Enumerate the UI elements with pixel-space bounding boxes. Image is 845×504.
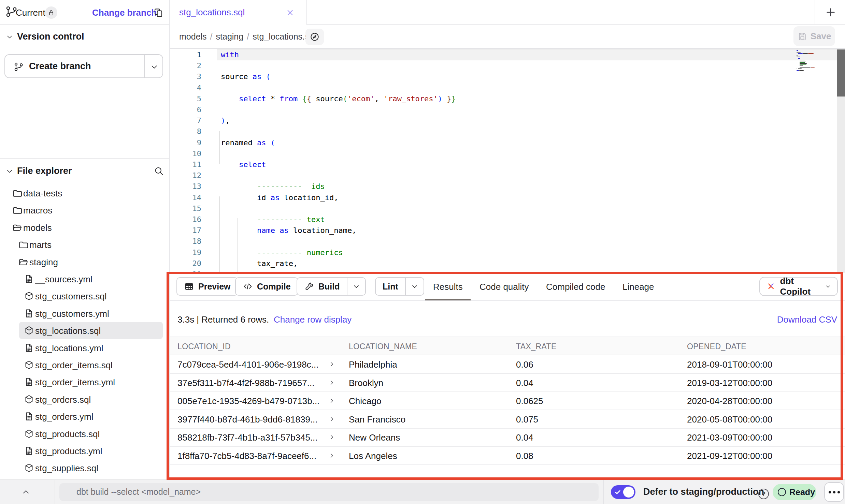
model-icon xyxy=(24,325,34,336)
tab-results[interactable]: Results xyxy=(433,282,463,292)
file-tree-item-data-tests[interactable]: data-tests xyxy=(0,185,170,202)
expand-row-icon[interactable] xyxy=(328,434,335,441)
model-icon xyxy=(24,429,34,439)
file-tree-item-stg-products-yml[interactable]: stg_products.yml xyxy=(0,443,170,460)
close-icon[interactable] xyxy=(286,8,295,17)
file-tree-item-macros[interactable]: macros xyxy=(0,202,170,219)
more-options-button[interactable] xyxy=(824,482,844,502)
file-explorer-title: File explorer xyxy=(17,166,72,176)
collapse-chevron-icon[interactable] xyxy=(21,487,31,497)
table-icon xyxy=(184,281,194,292)
file-tree-item-marts[interactable]: marts xyxy=(0,237,170,254)
table-row: 1f8ffa70-7cb5-4d83-8a7f-9aceef6...Los An… xyxy=(170,447,845,465)
dbt-copilot-button[interactable]: dbt Copilot xyxy=(759,277,838,296)
expand-row-icon[interactable] xyxy=(328,416,335,423)
file-icon xyxy=(24,343,34,353)
cell-location-name: San Francisco xyxy=(349,414,405,425)
table-row: 37e5f311-b7f4-4f2f-988b-719657...Brookly… xyxy=(170,374,845,392)
file-tree-item-stg-orders-yml[interactable]: stg_orders.yml xyxy=(0,409,170,426)
create-branch-button[interactable]: Create branch xyxy=(4,54,163,78)
lint-options-chevron[interactable] xyxy=(406,278,424,295)
file-explorer-section-header[interactable]: File explorer xyxy=(0,159,169,183)
file-tree-item-stg-products-sql[interactable]: stg_products.sql xyxy=(0,426,170,443)
minimap[interactable] xyxy=(797,49,836,273)
defer-toggle[interactable] xyxy=(611,485,635,499)
toggle-knob xyxy=(623,487,634,498)
expand-row-icon[interactable] xyxy=(328,397,335,404)
help-icon[interactable]: ? xyxy=(758,489,769,499)
save-label: Save xyxy=(811,31,831,42)
save-icon xyxy=(798,31,807,41)
chevron-down-icon[interactable] xyxy=(150,62,159,71)
search-icon[interactable] xyxy=(154,166,164,176)
code-line-16: ---------- text xyxy=(221,214,325,225)
panel-header: Preview Compile Build Lin xyxy=(170,273,845,301)
file-tree-item-stg-locations-sql[interactable]: stg_locations.sql xyxy=(0,323,170,340)
file-tree-item-models[interactable]: models xyxy=(0,220,170,237)
cell-opened-date: 2019-03-12T00:00:00 xyxy=(687,378,772,388)
navigate-button[interactable] xyxy=(305,29,324,45)
tab-stg-locations-sql[interactable]: stg_locations.sql xyxy=(170,0,307,25)
status-badge[interactable]: Ready xyxy=(773,484,816,500)
cell-location-name: Los Angeles xyxy=(349,451,397,461)
download-csv-link[interactable]: Download CSV xyxy=(777,314,837,325)
cell-tax-rate: 0.075 xyxy=(516,414,538,425)
file-tree-item-stg-order-items-yml[interactable]: stg_order_items.yml xyxy=(0,374,170,391)
file-name: staging xyxy=(29,257,58,268)
copy-icon[interactable] xyxy=(153,7,164,18)
table-row: 3977f440-b87d-461b-9dd6-81839...San Fran… xyxy=(170,410,845,429)
expand-row-icon[interactable] xyxy=(328,379,335,386)
defer-label: Defer to staging/production xyxy=(643,487,764,497)
editor-scrollbar[interactable] xyxy=(837,49,845,273)
lint-button[interactable]: Lint xyxy=(375,277,424,296)
tab-compiled-code[interactable]: Compiled code xyxy=(546,282,605,292)
folder-open-icon xyxy=(12,222,22,233)
line-number: 2 xyxy=(170,60,201,71)
model-icon xyxy=(24,394,34,404)
model-icon xyxy=(24,463,34,473)
expand-row-icon[interactable] xyxy=(328,452,335,459)
line-number: 16 xyxy=(170,214,201,225)
column-opened-date: OPENED_DATE xyxy=(687,342,746,351)
lock-icon xyxy=(47,9,55,16)
compile-button[interactable]: Compile xyxy=(235,277,298,296)
folder-open-icon xyxy=(18,257,28,267)
file-tree-item-stg-supplies-sql[interactable]: stg_supplies.sql xyxy=(0,460,170,477)
file-tree-item-stg-orders-sql[interactable]: stg_orders.sql xyxy=(0,391,170,409)
file-icon xyxy=(24,274,34,284)
scrollbar-thumb[interactable] xyxy=(837,49,845,97)
build-button[interactable]: Build xyxy=(297,277,366,296)
file-icon xyxy=(24,446,34,456)
version-control-section-header[interactable]: Version control xyxy=(0,25,169,48)
change-row-display-link[interactable]: Change row display xyxy=(274,314,352,325)
file-name: stg_locations.yml xyxy=(35,343,103,354)
cell-location-name: Brooklyn xyxy=(349,378,383,388)
file-tree-item-stg-customers-sql[interactable]: stg_customers.sql xyxy=(0,288,170,305)
column-location-id: LOCATION_ID xyxy=(177,342,231,351)
file-tree-item-staging[interactable]: staging xyxy=(0,254,170,271)
file-name: data-tests xyxy=(23,188,62,199)
code-editor[interactable]: 123456789101112131415161718192021 withso… xyxy=(170,49,845,273)
file-tree-item-stg-order-items-sql[interactable]: stg_order_items.sql xyxy=(0,357,170,374)
file-tree-item-stg-customers-yml[interactable]: stg_customers.yml xyxy=(0,306,170,323)
file-tree-item--sources-yml[interactable]: __sources.yml xyxy=(0,271,170,288)
tab-lineage[interactable]: Lineage xyxy=(622,282,654,292)
build-options-chevron[interactable] xyxy=(347,278,365,295)
file-tree-item-stg-locations-yml[interactable]: stg_locations.yml xyxy=(0,340,170,357)
code-icon xyxy=(243,281,253,292)
code-line-3: source as ( xyxy=(221,71,271,82)
preview-label: Preview xyxy=(198,282,231,292)
breadcrumb-row: models/staging/stg_locations.sql Save xyxy=(170,25,845,49)
change-branch-link[interactable]: Change branch xyxy=(92,8,157,18)
line-number: 21 xyxy=(170,269,201,273)
save-button[interactable]: Save xyxy=(793,26,835,46)
line-number: 11 xyxy=(170,159,201,170)
breadcrumb: models/staging/stg_locations.sql xyxy=(179,32,316,42)
breadcrumb-part[interactable]: staging xyxy=(216,32,244,41)
breadcrumb-part[interactable]: models xyxy=(179,32,207,41)
tab-code-quality[interactable]: Code quality xyxy=(479,282,529,292)
preview-button[interactable]: Preview xyxy=(176,277,238,296)
expand-row-icon[interactable] xyxy=(328,361,335,368)
command-input[interactable]: dbt build --select <model_name> xyxy=(59,483,599,501)
new-tab-button[interactable] xyxy=(825,6,837,18)
